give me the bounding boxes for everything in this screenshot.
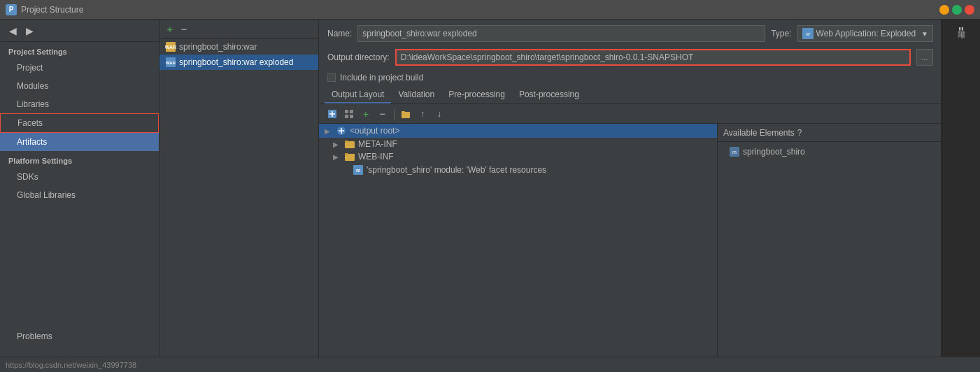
toolbar-add-button[interactable] [325, 106, 340, 122]
svg-text:m: m [732, 150, 737, 155]
web-inf-label: WEB-INF [358, 152, 394, 162]
output-root-item[interactable]: ▶ <output root> [319, 124, 717, 138]
tab-validation[interactable]: Validation [391, 87, 441, 103]
artifact-label-war: springboot_shiro:war [179, 42, 257, 52]
svg-rect-10 [350, 110, 353, 113]
sidebar-item-sdks[interactable]: SDKs [0, 168, 159, 186]
tabs-bar: Output Layout Validation Pre-processing … [319, 87, 942, 104]
sidebar-item-global-libraries[interactable]: Global Libraries [0, 186, 159, 204]
minimize-button[interactable] [939, 5, 949, 15]
sidebar-item-facets[interactable]: Facets [0, 113, 159, 133]
tree-arrow-web-inf: ▶ [333, 153, 341, 161]
artifact-list-panel: + − WAR springboot_shiro:war WAR springb… [159, 20, 319, 357]
include-in-build-row: Include in project build [319, 71, 942, 87]
content-area: ▶ <output root> ▶ META-INF [319, 124, 942, 357]
type-label: Type: [771, 29, 791, 38]
add-artifact-button[interactable]: + [164, 23, 176, 36]
sidebar-item-problems[interactable]: Problems [0, 327, 159, 345]
artifact-toolbar: + − [159, 20, 318, 39]
browse-button[interactable]: ... [916, 49, 933, 66]
help-icon[interactable]: ? [797, 128, 802, 138]
content-toolbar: + − ↑ ↓ [319, 104, 942, 124]
available-item-label: springboot_shiro [743, 147, 805, 157]
svg-rect-9 [345, 110, 348, 113]
module-resource-icon: m [353, 164, 364, 176]
artifact-item-war[interactable]: WAR springboot_shiro:war [159, 39, 318, 55]
remove-artifact-button[interactable]: − [178, 23, 190, 36]
web-inf-folder-icon [344, 152, 355, 162]
nav-prev-button[interactable]: ◀ [6, 24, 20, 38]
toolbar-create-dir-button[interactable] [398, 106, 413, 122]
status-bar: https://blog.csdn.net/weixin_43997738 [0, 357, 980, 372]
svg-rect-19 [345, 141, 348, 143]
available-module-icon: m [729, 146, 740, 157]
meta-inf-label: META-INF [358, 139, 397, 149]
svg-text:W: W [806, 32, 810, 36]
maximize-button[interactable] [952, 5, 962, 15]
tab-post-processing[interactable]: Post-processing [512, 87, 586, 103]
include-label: Include in project build [340, 73, 423, 83]
sidebar-toolbar: ◀ ▶ [0, 20, 159, 42]
available-content: m springboot_shiro [718, 142, 942, 357]
sidebar: ◀ ▶ Project Settings Project Modules Lib… [0, 20, 159, 357]
sidebar-item-project[interactable]: Project [0, 59, 159, 77]
toolbar-remove-item-button[interactable]: − [375, 106, 390, 122]
name-label: Name: [327, 29, 352, 38]
far-right-panel: " 制台上 [942, 20, 980, 357]
name-row: Name: Type: W Web Application: Exploded … [319, 20, 942, 48]
artifact-label-war-exploded: springboot_shiro:war exploded [179, 57, 293, 67]
svg-rect-11 [345, 115, 348, 118]
sidebar-item-modules[interactable]: Modules [0, 77, 159, 95]
type-select-text: Web Application: Exploded [816, 29, 916, 38]
toolbar-separator [394, 108, 395, 120]
window-controls [939, 5, 974, 15]
svg-text:WAR: WAR [165, 45, 176, 50]
war-icon: WAR [165, 41, 176, 52]
svg-rect-12 [350, 115, 353, 118]
tree-arrow-meta-inf: ▶ [333, 141, 341, 148]
output-root-icon [336, 125, 347, 136]
right-config-panel: Name: Type: W Web Application: Exploded … [319, 20, 942, 357]
sidebar-item-libraries[interactable]: Libraries [0, 95, 159, 113]
svg-text:m: m [356, 168, 360, 173]
tab-pre-processing[interactable]: Pre-processing [441, 87, 512, 103]
close-button[interactable] [965, 5, 974, 15]
type-select-icon: W [802, 28, 814, 39]
meta-inf-folder-icon [344, 139, 355, 149]
available-panel: Available Elements ? m springboot_shiro [718, 124, 942, 357]
output-dir-input[interactable] [395, 49, 911, 66]
war-exploded-icon: WAR [165, 57, 176, 68]
module-resource-label: 'springboot_shiro' module: 'Web' facet r… [367, 165, 546, 175]
platform-settings-label: Platform Settings [0, 151, 159, 168]
main-container: ◀ ▶ Project Settings Project Modules Lib… [0, 20, 980, 357]
available-header: Available Elements ? [718, 124, 942, 142]
status-url: https://blog.csdn.net/weixin_43997738 [6, 361, 136, 369]
name-input[interactable] [357, 25, 765, 42]
toolbar-down-button[interactable]: ↓ [432, 106, 447, 122]
svg-rect-21 [345, 153, 348, 155]
output-root-label: <output root> [350, 126, 399, 136]
svg-rect-14 [402, 111, 405, 113]
tab-output-layout[interactable]: Output Layout [325, 87, 391, 103]
sidebar-item-artifacts[interactable]: Artifacts [0, 133, 159, 151]
type-select-arrow-icon: ▼ [921, 30, 928, 38]
project-settings-label: Project Settings [0, 42, 159, 59]
tree-arrow-output-root: ▶ [325, 127, 333, 135]
include-checkbox[interactable] [327, 73, 336, 82]
title-bar: P Project Structure [0, 0, 980, 20]
quote-icon: " [958, 25, 965, 40]
nav-next-button[interactable]: ▶ [22, 24, 36, 38]
artifact-item-war-exploded[interactable]: WAR springboot_shiro:war exploded [159, 55, 318, 70]
available-item-springboot-shiro[interactable]: m springboot_shiro [723, 145, 936, 159]
meta-inf-item[interactable]: ▶ META-INF [319, 138, 717, 150]
toolbar-up-button[interactable]: ↑ [415, 106, 430, 122]
tree-panel: ▶ <output root> ▶ META-INF [319, 124, 718, 357]
toolbar-add-item-button[interactable]: + [358, 106, 374, 122]
available-elements-label: Available Elements [723, 128, 795, 138]
type-select[interactable]: W Web Application: Exploded ▼ [797, 25, 933, 42]
web-inf-item[interactable]: ▶ WEB-INF [319, 150, 717, 163]
app-icon: P [6, 4, 17, 15]
window-title: Project Structure [21, 5, 939, 15]
toolbar-grid-button[interactable] [341, 106, 357, 122]
module-resource-item[interactable]: ▶ m 'springboot_shiro' module: 'Web' fac… [319, 163, 717, 177]
